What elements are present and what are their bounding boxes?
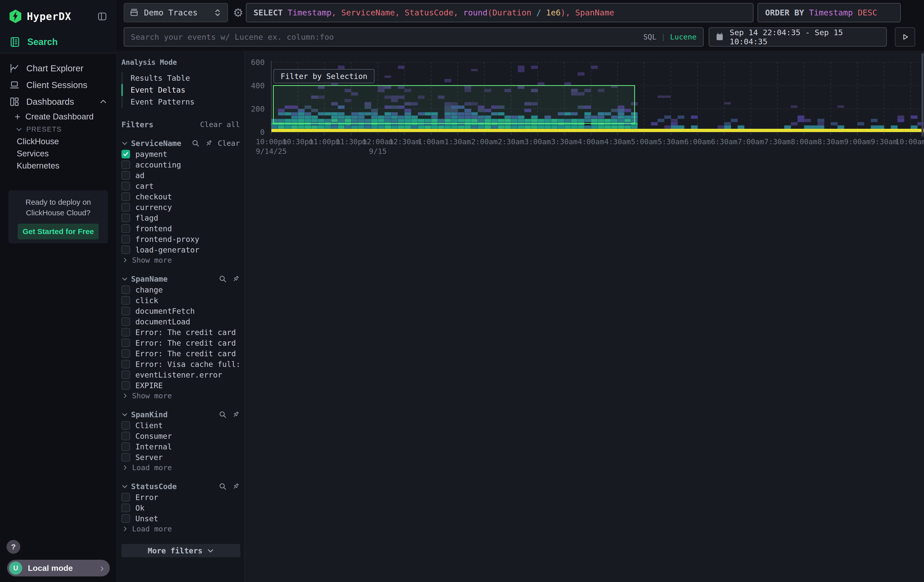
filter-option[interactable]: accounting [121, 160, 240, 170]
filter-option[interactable]: click [121, 295, 240, 306]
analysis-mode-event-patterns[interactable]: Event Patterns [121, 96, 240, 108]
filter-option[interactable]: documentLoad [121, 316, 240, 327]
checkbox-unchecked[interactable] [121, 224, 130, 233]
search-input[interactable] [124, 27, 704, 46]
checkbox-unchecked[interactable] [121, 442, 130, 451]
presets-toggle[interactable]: PRESETS [10, 123, 116, 135]
create-dashboard-button[interactable]: + Create Dashboard [10, 110, 116, 123]
checkbox-unchecked[interactable] [121, 317, 130, 326]
filter-option[interactable]: Unset [121, 513, 240, 524]
checkbox-unchecked[interactable] [121, 432, 130, 440]
checkbox-unchecked[interactable] [121, 192, 130, 201]
group-search-icon[interactable] [219, 275, 227, 283]
group-clear-button[interactable]: Clear [218, 139, 240, 148]
checkbox-unchecked[interactable] [121, 349, 130, 358]
filter-option[interactable]: currency [121, 202, 240, 213]
filter-option[interactable]: cart [121, 181, 240, 191]
get-started-button[interactable]: Get Started for Free [18, 224, 99, 239]
date-range-picker[interactable]: Sep 14 22:04:35 - Sep 15 10:04:35 [709, 27, 887, 46]
checkbox-unchecked[interactable] [121, 328, 130, 336]
analysis-mode-results-table[interactable]: Results Table [121, 72, 240, 84]
data-source-select[interactable]: Demo Traces [124, 3, 228, 22]
sidebar-item-dashboards[interactable]: Dashboards [0, 93, 116, 110]
gear-icon[interactable]: ⚙ [231, 3, 245, 22]
pin-icon[interactable] [232, 411, 240, 419]
checkbox-unchecked[interactable] [121, 360, 130, 368]
toggle-lucene[interactable]: Lucene [670, 33, 696, 41]
sidebar-item-search[interactable]: Search [0, 35, 116, 49]
filter-option[interactable]: Error [121, 492, 240, 503]
pin-icon[interactable] [232, 275, 240, 283]
filter-option[interactable]: frontend-proxy [121, 234, 240, 244]
checkbox-unchecked[interactable] [121, 381, 130, 390]
checkbox-unchecked[interactable] [121, 338, 130, 347]
user-menu[interactable]: U Local mode › [7, 560, 110, 576]
sidebar-item-chart-explorer[interactable]: Chart Explorer [0, 60, 116, 77]
run-query-button[interactable] [895, 27, 915, 46]
analysis-mode-event-deltas[interactable]: Event Deltas [121, 84, 240, 96]
checkbox-unchecked[interactable] [121, 307, 130, 315]
checkbox-unchecked[interactable] [121, 171, 130, 180]
chevron-down-icon[interactable] [121, 275, 128, 282]
filter-option[interactable]: flagd [121, 213, 240, 223]
filter-by-selection-button[interactable]: Filter by Selection [274, 69, 375, 83]
checkbox-unchecked[interactable] [121, 235, 130, 244]
filter-option[interactable]: Internal [121, 441, 240, 452]
checkbox-unchecked[interactable] [121, 285, 130, 294]
sidebar-collapse-button[interactable] [97, 11, 107, 22]
more-filters-button[interactable]: More filters [121, 544, 240, 557]
filter-option[interactable]: change [121, 284, 240, 295]
checkbox-unchecked[interactable] [121, 203, 130, 211]
filter-option[interactable]: Error: The credit card (… [121, 348, 240, 359]
sidebar-item-services[interactable]: Services [10, 148, 116, 160]
checkbox-unchecked[interactable] [121, 214, 130, 222]
show-more-button[interactable]: Load more [121, 524, 240, 534]
pin-icon[interactable] [205, 139, 213, 147]
vertical-scrollbar[interactable] [921, 53, 924, 137]
chevron-up-icon[interactable] [99, 98, 107, 106]
chevron-down-icon[interactable] [121, 140, 128, 147]
sidebar-item-client-sessions[interactable]: Client Sessions [0, 77, 116, 93]
filter-option[interactable]: ad [121, 170, 240, 181]
checkbox-unchecked[interactable] [121, 514, 130, 523]
toggle-sql[interactable]: SQL [643, 33, 656, 41]
checkbox-unchecked[interactable] [121, 493, 130, 501]
duration-heatmap-chart[interactable]: 020040060010:00pm10:30pm11:00pm11:30pm12… [245, 51, 924, 170]
filter-option[interactable]: EXPIRE [121, 380, 240, 391]
filter-option[interactable]: eventListener.error [121, 369, 240, 380]
show-more-button[interactable]: Show more [121, 255, 240, 265]
filter-option[interactable]: Client [121, 420, 240, 431]
checkbox-unchecked[interactable] [121, 371, 130, 379]
filter-option[interactable]: payment [121, 149, 240, 160]
checkbox-unchecked[interactable] [121, 504, 130, 512]
filter-option[interactable]: documentFetch [121, 306, 240, 316]
sidebar-item-clickhouse[interactable]: ClickHouse [10, 135, 116, 148]
filter-option[interactable]: Ok [121, 503, 240, 513]
filter-option[interactable]: Error: Visa cache full: … [121, 359, 240, 369]
checkbox-unchecked[interactable] [121, 160, 130, 169]
show-more-button[interactable]: Show more [121, 391, 240, 401]
select-clause-editor[interactable]: SELECT Timestamp, ServiceName, StatusCod… [246, 3, 754, 22]
filter-option[interactable]: Consumer [121, 431, 240, 441]
group-search-icon[interactable] [219, 482, 227, 490]
group-search-icon[interactable] [191, 139, 200, 147]
checkbox-checked[interactable] [121, 150, 130, 158]
filter-option[interactable]: checkout [121, 191, 240, 202]
chevron-down-icon[interactable] [121, 411, 128, 418]
group-search-icon[interactable] [219, 411, 227, 419]
filter-option[interactable]: load-generator [121, 244, 240, 255]
checkbox-unchecked[interactable] [121, 453, 130, 462]
chevron-down-icon[interactable] [121, 483, 128, 490]
help-button[interactable]: ? [7, 540, 20, 554]
filter-option[interactable]: Error: The credit card (… [121, 338, 240, 348]
filter-option[interactable]: Server [121, 452, 240, 463]
checkbox-unchecked[interactable] [121, 246, 130, 254]
filter-option[interactable]: Error: The credit card (… [121, 327, 240, 338]
checkbox-unchecked[interactable] [121, 296, 130, 305]
order-by-editor[interactable]: ORDER BY Timestamp DESC [757, 3, 901, 22]
filter-option[interactable]: frontend [121, 223, 240, 234]
clear-all-button[interactable]: Clear all [200, 120, 240, 129]
pin-icon[interactable] [232, 482, 240, 490]
checkbox-unchecked[interactable] [121, 182, 130, 190]
show-more-button[interactable]: Load more [121, 463, 240, 473]
